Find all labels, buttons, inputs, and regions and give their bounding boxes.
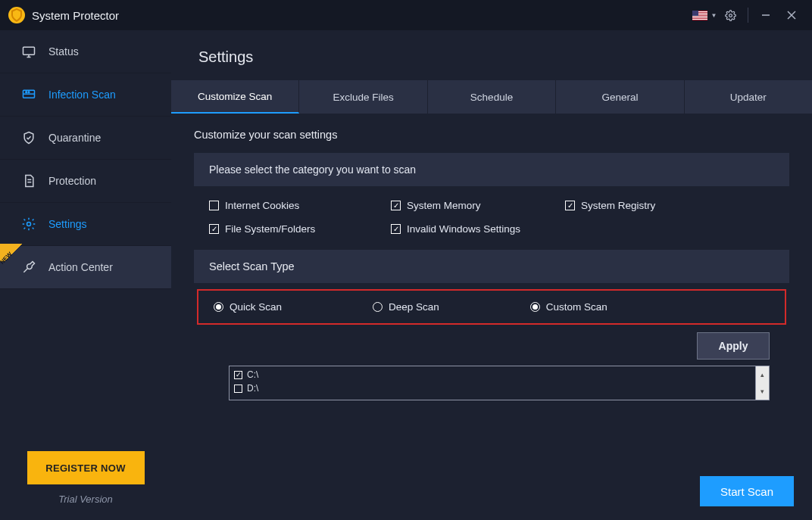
close-button[interactable] xyxy=(779,0,804,30)
svg-rect-5 xyxy=(692,16,707,17)
sidebar-item-label: Infection Scan xyxy=(48,89,116,101)
document-icon xyxy=(21,173,36,188)
titlebar: System Protector ▼ xyxy=(0,0,812,30)
sidebar-item-label: Settings xyxy=(48,218,87,230)
minimize-button[interactable] xyxy=(753,0,779,30)
scan-icon xyxy=(21,87,36,102)
page-title: Settings xyxy=(171,30,812,80)
svg-rect-6 xyxy=(692,17,707,18)
sidebar-item-label: Action Center xyxy=(48,261,113,273)
scroll-down-icon[interactable]: ▾ xyxy=(756,383,769,400)
tools-icon xyxy=(21,260,36,275)
radio-custom-scan[interactable]: Custom Scan xyxy=(530,301,607,313)
category-checkboxes: Internet Cookies System Memory System Re… xyxy=(194,186,789,250)
monitor-icon xyxy=(21,44,36,59)
radio-quick-scan[interactable]: Quick Scan xyxy=(214,301,282,313)
sidebar-item-settings[interactable]: Settings xyxy=(0,203,171,246)
start-scan-button[interactable]: Start Scan xyxy=(700,476,794,506)
checkbox-invalid-windows-settings[interactable]: Invalid Windows Settings xyxy=(391,223,565,235)
svg-point-17 xyxy=(26,92,27,93)
sidebar-item-action-center[interactable]: NEW Action Center xyxy=(0,246,171,289)
sidebar-item-infection-scan[interactable]: Infection Scan xyxy=(0,73,171,117)
drive-list[interactable]: C:\ D:\ ▴ ▾ xyxy=(229,366,770,400)
category-instruction: Please select the category you want to s… xyxy=(194,153,789,186)
sidebar-item-quarantine[interactable]: Quarantine xyxy=(0,117,171,160)
minimize-icon xyxy=(761,11,770,20)
drive-item-c[interactable]: C:\ xyxy=(234,368,751,381)
scroll-up-icon[interactable]: ▴ xyxy=(756,366,769,383)
language-selector[interactable]: ▼ xyxy=(692,0,717,30)
app-logo-icon xyxy=(8,6,26,24)
sidebar-item-label: Protection xyxy=(48,175,96,187)
svg-point-9 xyxy=(729,14,732,17)
svg-rect-7 xyxy=(692,19,707,20)
register-now-button[interactable]: REGISTER NOW xyxy=(27,451,145,484)
gear-icon xyxy=(725,10,736,21)
shield-check-icon xyxy=(21,130,36,145)
settings-tabs: Customize Scan Exclude Files Schedule Ge… xyxy=(171,80,812,114)
flag-us-icon xyxy=(692,11,707,20)
sidebar: Status Infection Scan Quarantine Protect… xyxy=(0,30,171,520)
tab-exclude-files[interactable]: Exclude Files xyxy=(299,80,427,114)
checkbox-file-system-folders[interactable]: File System/Folders xyxy=(209,223,391,235)
svg-point-18 xyxy=(28,92,30,93)
tab-customize-scan[interactable]: Customize Scan xyxy=(171,80,299,114)
tab-schedule[interactable]: Schedule xyxy=(428,80,556,114)
checkbox-system-memory[interactable]: System Memory xyxy=(391,200,565,211)
new-badge: NEW xyxy=(0,244,28,262)
svg-point-21 xyxy=(27,223,31,226)
drive-item-d[interactable]: D:\ xyxy=(234,381,751,395)
radio-deep-scan[interactable]: Deep Scan xyxy=(373,301,439,313)
sidebar-item-status[interactable]: Status xyxy=(0,30,171,73)
content-area: Settings Customize Scan Exclude Files Sc… xyxy=(171,30,812,520)
settings-gear-button[interactable] xyxy=(717,0,743,30)
sidebar-item-protection[interactable]: Protection xyxy=(0,160,171,203)
sidebar-item-label: Status xyxy=(48,45,79,58)
sidebar-item-label: Quarantine xyxy=(48,132,101,144)
gear-icon xyxy=(21,216,36,232)
apply-button[interactable]: Apply xyxy=(697,332,770,360)
scan-type-row: Quick Scan Deep Scan Custom Scan xyxy=(197,289,786,325)
scan-type-heading: Select Scan Type xyxy=(194,250,789,283)
drive-scrollbar[interactable]: ▴ ▾ xyxy=(755,366,769,400)
svg-rect-8 xyxy=(692,11,698,16)
app-title: System Protector xyxy=(32,9,119,22)
tab-updater[interactable]: Updater xyxy=(685,80,812,114)
svg-rect-13 xyxy=(23,47,35,54)
close-icon xyxy=(787,11,796,20)
checkbox-internet-cookies[interactable]: Internet Cookies xyxy=(209,200,391,211)
separator xyxy=(748,8,748,23)
section-subtitle: Customize your scan settings xyxy=(194,129,789,141)
checkbox-system-registry[interactable]: System Registry xyxy=(565,200,739,211)
trial-version-label: Trial Version xyxy=(0,494,171,505)
tab-general[interactable]: General xyxy=(556,80,684,114)
chevron-down-icon: ▼ xyxy=(711,12,717,19)
